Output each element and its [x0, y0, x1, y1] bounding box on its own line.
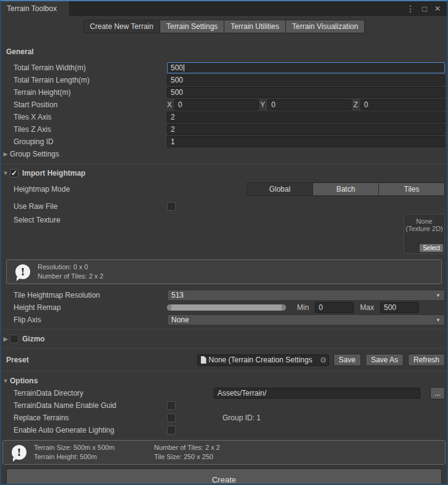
summary-terrain-size: Terrain Size: 500m x 500m: [34, 443, 154, 452]
tile-heightmap-resolution-value: 513: [171, 291, 184, 300]
height-remap-label: Height Remap: [1, 303, 167, 312]
chevron-down-icon[interactable]: ▼: [1, 378, 10, 384]
texture-object-picker[interactable]: None (Texture 2D) Select: [404, 214, 445, 254]
summary-number-of-tiles: Number of Tiles: 2 x 2: [154, 443, 220, 452]
summary-tile-size: Tile Size: 250 x 250: [154, 452, 220, 462]
flip-axis-value: None: [171, 316, 189, 324]
replace-terrains-checkbox[interactable]: [167, 414, 176, 422]
check-icon: ✓: [11, 169, 17, 177]
chevron-right-icon[interactable]: ▶: [1, 336, 10, 342]
heightmap-mode-global-button[interactable]: Global: [246, 182, 313, 196]
window-title: Terrain Toolbox: [7, 4, 57, 13]
total-terrain-width-row: Total Terrain Width(m) 500: [1, 62, 447, 74]
grouping-id-input[interactable]: 1: [167, 136, 445, 147]
preset-save-as-button[interactable]: Save As: [365, 354, 404, 366]
total-terrain-length-input[interactable]: 500: [167, 75, 445, 86]
tab-terrain-settings[interactable]: Terrain Settings: [160, 20, 224, 33]
import-heightmap-checkbox[interactable]: ✓: [10, 169, 18, 177]
max-label: Max: [360, 303, 374, 312]
preset-object-field[interactable]: None (Terrain Creation Settings ⊙: [197, 354, 329, 366]
start-position-z-value: 0: [364, 100, 369, 109]
close-icon[interactable]: ✕: [434, 5, 441, 12]
terraindata-directory-input[interactable]: Assets/Terrain/: [214, 388, 420, 399]
browse-directory-button[interactable]: ...: [430, 387, 445, 399]
x-axis-label: X: [167, 100, 172, 109]
tiles-x-axis-input[interactable]: 2: [167, 112, 445, 123]
options-header-row: ▼ Options: [1, 375, 447, 387]
text-cursor: [184, 64, 184, 71]
terrain-height-row: Terrain Height(m) 500: [1, 86, 447, 99]
tab-terrain-utilities[interactable]: Terrain Utilities: [224, 20, 286, 33]
total-terrain-length-label: Total Terrain Length(m): [1, 76, 167, 84]
start-position-x-input[interactable]: 0: [174, 99, 259, 110]
flip-axis-label: Flip Axis: [1, 316, 167, 324]
general-section-header: General: [1, 46, 447, 58]
heightmap-mode-batch-button[interactable]: Batch: [313, 182, 379, 196]
auto-generate-lighting-row: Enable Auto Generate Lighting: [1, 424, 447, 436]
flip-axis-row: Flip Axis None ▼: [1, 314, 447, 326]
use-raw-file-checkbox[interactable]: [167, 202, 176, 211]
start-position-row: Start Position X 0 Y 0 Z 0: [1, 99, 447, 111]
window-tab-terrain-toolbox[interactable]: Terrain Toolbox: [1, 1, 69, 16]
group-settings-row[interactable]: ▶ Group Settings: [1, 148, 447, 160]
total-terrain-width-input[interactable]: 500: [167, 62, 445, 73]
flip-axis-dropdown[interactable]: None ▼: [167, 314, 445, 325]
total-terrain-width-label: Total Terrain Width(m): [1, 63, 167, 72]
dropdown-arrow-icon: ▼: [436, 293, 441, 298]
slider-max-handle[interactable]: [282, 304, 286, 311]
start-position-y-value: 0: [271, 100, 275, 109]
resolution-info-box: ! Resolution: 0 x 0 Number of Tiles: 2 x…: [6, 259, 442, 284]
dropdown-arrow-icon: ▼: [436, 317, 441, 323]
group-id-text: Group ID: 1: [222, 414, 261, 422]
chevron-right-icon[interactable]: ▶: [1, 151, 10, 157]
grouping-id-value: 1: [171, 137, 175, 146]
maximize-icon[interactable]: □: [422, 5, 427, 13]
import-heightmap-label: Import Heightmap: [22, 169, 86, 177]
tiles-x-axis-row: Tiles X Axis 2: [1, 111, 447, 123]
gizmo-label: Gizmo: [22, 335, 45, 343]
kebab-menu-icon[interactable]: ⋮: [406, 4, 415, 13]
tiles-z-axis-label: Tiles Z Axis: [1, 125, 167, 134]
info-icon: !: [12, 445, 26, 460]
start-position-label: Start Position: [1, 100, 167, 109]
tiles-z-axis-input[interactable]: 2: [167, 124, 445, 135]
height-remap-min-input[interactable]: 0: [315, 302, 354, 313]
terrain-summary-box: ! Terrain Size: 500m x 500m Terrain Heig…: [2, 440, 446, 465]
group-settings-label: Group Settings: [10, 150, 59, 158]
terraindata-directory-row: TerrainData Directory Assets/Terrain/ ..…: [1, 387, 447, 399]
texture-select-button[interactable]: Select: [420, 244, 443, 252]
toolbox-tab-group: Create New Terrain Terrain Settings Terr…: [83, 20, 365, 33]
grouping-id-row: Grouping ID 1: [1, 136, 447, 148]
auto-generate-lighting-checkbox[interactable]: [167, 426, 176, 434]
grouping-id-label: Grouping ID: [1, 137, 167, 146]
height-remap-row: Height Remap Min 0 Max 500: [1, 301, 447, 314]
terrain-toolbox-window: Terrain Toolbox ⋮ □ ✕ Create New Terrain…: [0, 0, 448, 485]
tab-create-new-terrain[interactable]: Create New Terrain: [83, 20, 160, 33]
start-position-y-input[interactable]: 0: [267, 99, 352, 110]
slider-min-handle[interactable]: [167, 304, 171, 311]
tab-terrain-visualization[interactable]: Terrain Visualization: [286, 20, 365, 33]
terraindata-name-guid-checkbox[interactable]: [167, 401, 176, 410]
chevron-down-icon[interactable]: ▼: [1, 170, 10, 176]
gizmo-checkbox[interactable]: [10, 335, 18, 343]
heightmap-mode-tiles-button[interactable]: Tiles: [379, 182, 445, 196]
object-picker-icon[interactable]: ⊙: [320, 356, 327, 364]
create-button[interactable]: Create: [6, 468, 442, 485]
tiles-x-axis-value: 2: [171, 113, 175, 121]
replace-terrains-label: Replace Terrains: [1, 414, 167, 422]
heightmap-mode-row: Heightmap Mode Global Batch Tiles: [1, 182, 447, 197]
tiles-z-axis-row: Tiles Z Axis 2: [1, 123, 447, 136]
height-remap-slider[interactable]: [167, 304, 286, 311]
preset-save-button[interactable]: Save: [333, 354, 361, 366]
gizmo-row: ▶ Gizmo: [1, 333, 447, 345]
exclamation-glyph: !: [17, 446, 21, 459]
height-remap-max-input[interactable]: 500: [380, 302, 419, 313]
preset-refresh-button[interactable]: Refresh: [408, 354, 445, 366]
options-header-label: Options: [10, 377, 38, 385]
resolution-info-line2: Number of Tiles: 2 x 2: [38, 272, 104, 281]
terrain-height-label: Terrain Height(m): [1, 88, 167, 97]
start-position-z-input[interactable]: 0: [360, 99, 445, 110]
tile-heightmap-resolution-dropdown[interactable]: 513 ▼: [167, 290, 445, 301]
terrain-height-input[interactable]: 500: [167, 87, 445, 98]
z-axis-label: Z: [353, 100, 357, 109]
